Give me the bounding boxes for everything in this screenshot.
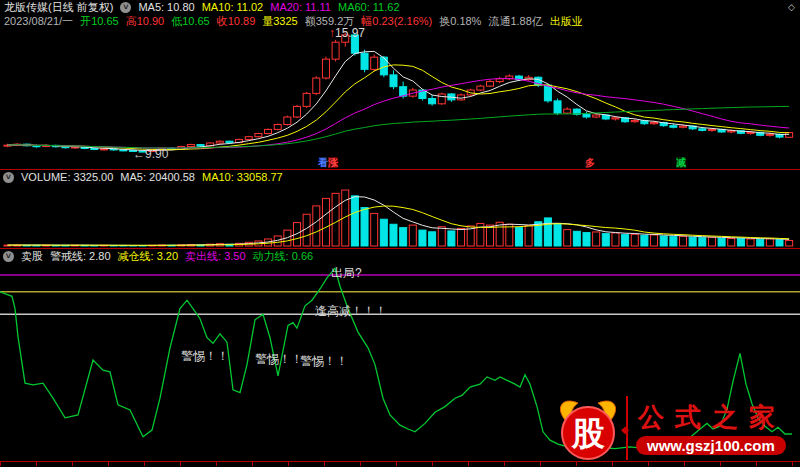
low-annotation: ←9.90 — [133, 147, 168, 161]
logo-char: 股 — [571, 415, 606, 452]
watermark-diamond-icon: ◆ — [621, 424, 629, 435]
panel-divider-1 — [0, 169, 800, 170]
bull-logo-icon: 股 — [554, 394, 624, 462]
peak-annotation: ↑15.97 — [329, 26, 365, 40]
header-line-1: 龙版传媒(日线 前复权) ˅ MA5: 10.80 MA10: 11.02 MA… — [4, 1, 407, 14]
signal-kan: 看 — [318, 157, 328, 168]
volume-ma5-label: MA5: 20400.58 — [120, 171, 195, 184]
watermark: 股 ◆ 公式之家 www.gszj100.com — [552, 392, 798, 464]
ma60-label: MA60: 11.62 — [338, 1, 400, 14]
signal-duo: 多 — [585, 157, 595, 168]
stock-title: 龙版传媒(日线 前复权) — [4, 1, 113, 14]
window-diamond-icon[interactable]: ◇ — [788, 2, 795, 12]
collapse-volume-icon[interactable]: ˅ — [3, 172, 14, 183]
volume-header: ˅ VOLUME: 3325.00 MA5: 20400.58 MA10: 33… — [3, 171, 290, 184]
volume-value-label: VOLUME: 3325.00 — [21, 171, 113, 184]
reduce-annotation: 逢高减！！！ — [315, 303, 387, 320]
ma10-label: MA10: 11.02 — [202, 1, 264, 14]
warn-annotation-3: 警惕！！ — [300, 353, 348, 370]
ma20-label: MA20: 11.11 — [270, 1, 331, 14]
signal-jian: 减 — [676, 157, 686, 168]
candlestick-panel[interactable] — [0, 27, 800, 169]
exit-annotation: 出局? — [331, 265, 362, 282]
stock-chart-window: 龙版传媒(日线 前复权) ˅ MA5: 10.80 MA10: 11.02 MA… — [0, 0, 800, 467]
watermark-url: www.gszj100.com — [636, 436, 786, 455]
warn-annotation-1: 警惕！！ — [181, 348, 229, 365]
volume-panel[interactable] — [0, 186, 800, 248]
warn-annotation-2: 警惕！！ — [255, 351, 303, 368]
collapse-main-icon[interactable]: ˅ — [120, 2, 131, 13]
signal-zhang: 涨 — [328, 157, 338, 168]
ma5-label: MA5: 10.80 — [138, 1, 194, 14]
volume-ma10-label: MA10: 33058.77 — [202, 171, 283, 184]
watermark-title: 公式之家 — [638, 400, 786, 435]
